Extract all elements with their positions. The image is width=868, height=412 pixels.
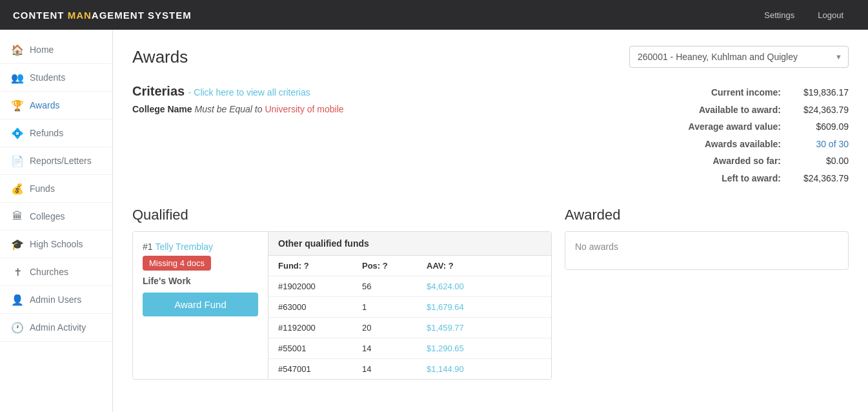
aav-cell: $1,679.64 [427,302,541,312]
sidebar-label-students: Students [30,72,65,83]
sidebar-item-funds[interactable]: 💰 Funds [0,175,112,203]
criteria-value: University of mobile [265,104,343,114]
awarded-so-far-label: Awarded so far: [671,152,781,170]
refunds-icon: 💠 [12,127,23,139]
table-row: #1192000 20 $1,459.77 [268,318,551,338]
other-qualified-funds-header: Other qualified funds [268,232,551,256]
table-row: #547001 14 $1,144.90 [268,359,551,379]
topnav-actions: Settings Logout [752,0,855,30]
sidebar-item-adminactivity[interactable]: 🕐 Admin Activity [0,314,112,342]
sidebar-item-churches[interactable]: ✝ Churches [0,258,112,286]
main-content: Awards 260001 - Heaney, Kuhlman and Quig… [113,30,868,412]
sidebar-label-refunds: Refunds [30,128,63,138]
aav-cell: $1,290.65 [427,344,541,353]
home-icon: 🏠 [12,44,23,56]
page-title: Awards [132,47,188,67]
col-pos-header: Pos: ? [362,261,427,271]
sidebar-label-home: Home [30,45,54,55]
highschools-icon: 🎓 [12,238,23,250]
stat-available: Available to award: $24,363.79 [671,101,849,119]
avg-award-value: $609.09 [791,118,849,136]
stat-awarded-so-far: Awarded so far: $0.00 [671,152,849,170]
criterias-section: Criterias - Click here to view all crite… [132,84,849,187]
awards-icon: 🏆 [12,99,23,111]
fund-cell: #1902000 [278,282,362,291]
stats-panel: Current income: $19,836.17 Available to … [671,84,849,187]
no-awards-text: No awards [575,242,618,252]
available-label: Available to award: [671,101,781,119]
app-title: CONTENT MANAGEMENT SYSTEM [13,10,192,21]
awards-avail-label: Awards available: [671,136,781,153]
stat-current-income: Current income: $19,836.17 [671,84,849,101]
missing-docs-badge[interactable]: Missing 4 docs [143,256,211,271]
pos-cell: 14 [362,344,427,353]
table-row: #63000 1 $1,679.64 [268,297,551,318]
qualified-card-right: Other qualified funds Fund: ? Pos: ? AAV… [268,232,551,379]
sidebar-label-churches: Churches [30,267,68,277]
students-icon: 👥 [12,72,23,83]
sidebar-label-adminactivity: Admin Activity [30,322,86,333]
sidebar: 🏠 Home 👥 Students 🏆 Awards 💠 Refunds 📄 R… [0,30,113,412]
fund-cell: #1192000 [278,323,362,333]
criteria-label: College Name [132,104,192,114]
topnav: CONTENT MANAGEMENT SYSTEM Settings Logou… [0,0,868,30]
criterias-heading-text: Criterias [132,84,185,98]
student-name-link[interactable]: Telly Tremblay [155,242,212,252]
sidebar-label-reports: Reports/Letters [30,156,92,166]
fund-name: Life's Work [143,276,258,286]
fund-cell: #547001 [278,364,362,374]
aav-cell: $1,144.90 [427,364,541,374]
sidebar-item-home[interactable]: 🏠 Home [0,36,112,64]
left-to-award-label: Left to award: [671,170,781,187]
no-awards-box: No awards [565,231,849,270]
logout-button[interactable]: Logout [806,0,855,30]
adminactivity-icon: 🕐 [12,322,23,333]
fund-cell: #63000 [278,302,362,312]
stat-left-to-award: Left to award: $24,363.79 [671,170,849,187]
table-row: #55001 14 $1,290.65 [268,338,551,359]
sidebar-label-funds: Funds [30,183,55,194]
awards-avail-value: 30 of 30 [791,136,849,153]
awarded-so-far-value: $0.00 [791,152,849,170]
criteria-row: College Name Must be Equal to University… [132,104,671,114]
sidebar-label-highschools: High Schools [30,239,83,249]
qualified-card: #1 Telly Tremblay Missing 4 docs Life's … [132,231,552,380]
stat-avg-award: Average award value: $609.09 [671,118,849,136]
sidebar-label-awards: Awards [30,100,59,110]
layout: 🏠 Home 👥 Students 🏆 Awards 💠 Refunds 📄 R… [0,30,868,412]
churches-icon: ✝ [12,266,23,278]
pos-cell: 20 [362,323,427,333]
current-income-value: $19,836.17 [791,84,849,101]
sidebar-item-colleges[interactable]: 🏛 Colleges [0,203,112,231]
available-value: $24,363.79 [791,101,849,119]
col-fund-header: Fund: ? [278,261,362,271]
criterias-left: Criterias - Click here to view all crite… [132,84,671,187]
reports-icon: 📄 [12,155,23,167]
award-fund-button[interactable]: Award Fund [143,293,258,316]
view-all-criterias-link[interactable]: - Click here to view all criterias [188,87,310,98]
awarded-column: Awarded No awards [565,207,849,380]
pos-cell: 1 [362,302,427,312]
student-index: #1 [143,242,153,252]
sidebar-item-refunds[interactable]: 💠 Refunds [0,119,112,147]
fund-dropdown[interactable]: 260001 - Heaney, Kuhlman and Quigley [629,46,849,68]
qualified-title: Qualified [132,207,552,223]
stat-awards-avail: Awards available: 30 of 30 [671,136,849,153]
qualified-card-left: #1 Telly Tremblay Missing 4 docs Life's … [133,232,268,379]
student-number: #1 Telly Tremblay [143,242,258,252]
sidebar-item-reports[interactable]: 📄 Reports/Letters [0,147,112,175]
avg-award-label: Average award value: [671,118,781,136]
adminusers-icon: 👤 [12,294,23,305]
sidebar-item-students[interactable]: 👥 Students [0,64,112,92]
table-row: #1902000 56 $4,624.00 [268,276,551,297]
current-income-label: Current income: [671,84,781,101]
settings-button[interactable]: Settings [752,0,806,30]
sidebar-item-adminusers[interactable]: 👤 Admin Users [0,286,112,314]
other-funds-rows: #1902000 56 $4,624.00 #63000 1 $1,679.64… [268,276,551,379]
content-columns: Qualified #1 Telly Tremblay Missing 4 do… [132,207,849,380]
pos-cell: 14 [362,364,427,374]
other-funds-columns: Fund: ? Pos: ? AAV: ? [268,256,551,276]
criterias-heading: Criterias - Click here to view all crite… [132,84,671,99]
sidebar-item-highschools[interactable]: 🎓 High Schools [0,231,112,258]
sidebar-item-awards[interactable]: 🏆 Awards [0,92,112,119]
